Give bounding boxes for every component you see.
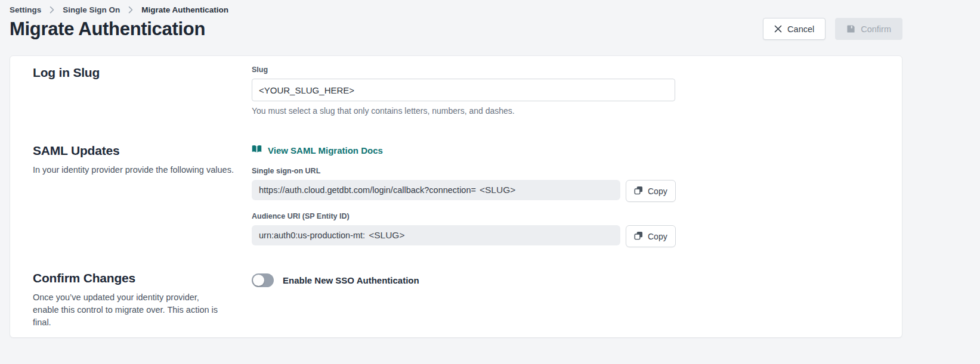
copy-button-label: Copy [648, 186, 667, 196]
sso-url-label: Single sign-on URL [252, 167, 676, 175]
copy-icon [634, 231, 643, 242]
migrate-authentication-card: Log in Slug Slug You must select a slug … [10, 55, 902, 338]
enable-sso-toggle[interactable] [252, 273, 274, 287]
page: Settings Single Sign On Migrate Authenti… [0, 0, 902, 338]
confirm-button-label: Confirm [861, 24, 891, 34]
view-saml-migration-docs-link[interactable]: View SAML Migration Docs [252, 145, 383, 155]
breadcrumb-settings[interactable]: Settings [10, 5, 41, 14]
enable-sso-toggle-label: Enable New SSO Authentication [283, 275, 419, 285]
saml-updates-description: In your identity provider provide the fo… [33, 164, 252, 176]
cancel-button-label: Cancel [787, 24, 814, 34]
copy-button-label: Copy [648, 232, 667, 241]
confirm-changes-description: Once you’ve updated your identity provid… [33, 291, 225, 329]
close-icon [774, 25, 782, 33]
page-header: Migrate Authentication Cancel Confirm [10, 18, 902, 40]
breadcrumb-single-sign-on[interactable]: Single Sign On [63, 5, 120, 14]
copy-icon [634, 186, 643, 197]
confirm-button[interactable]: Confirm [835, 18, 902, 40]
confirm-changes-heading: Confirm Changes [33, 271, 252, 285]
copy-sso-url-button[interactable]: Copy [626, 180, 676, 202]
sso-url-value-field: https://auth.cloud.getdbt.com/login/call… [252, 180, 620, 200]
saml-updates-heading: SAML Updates [33, 144, 252, 158]
chevron-right-icon [128, 6, 133, 14]
audience-uri-field-group: Audience URI (SP Entity ID) urn:auth0:us… [252, 212, 676, 247]
breadcrumb: Settings Single Sign On Migrate Authenti… [10, 0, 902, 14]
sso-url-value: https://auth.cloud.getdbt.com/login/call… [259, 185, 476, 195]
audience-uri-value: urn:auth0:us-production-mt: [259, 231, 365, 240]
save-icon [846, 24, 855, 33]
sso-url-field-group: Single sign-on URL https://auth.cloud.ge… [252, 167, 676, 202]
copy-audience-uri-button[interactable]: Copy [626, 225, 676, 247]
slug-input[interactable] [252, 79, 675, 101]
section-confirm-changes: Confirm Changes Once you’ve updated your… [33, 271, 902, 329]
sso-url-slug-placeholder: <SLUG> [480, 185, 515, 195]
toggle-knob [253, 275, 264, 286]
audience-uri-slug-placeholder: <SLUG> [369, 230, 404, 241]
docs-link-label: View SAML Migration Docs [268, 145, 383, 155]
chevron-right-icon [50, 6, 54, 14]
slug-help-text: You must select a slug that only contain… [252, 106, 676, 116]
cancel-button[interactable]: Cancel [763, 18, 826, 40]
book-icon [252, 145, 262, 155]
section-login-slug: Log in Slug Slug You must select a slug … [33, 66, 902, 116]
breadcrumb-migrate-authentication: Migrate Authentication [141, 5, 228, 14]
slug-field-label: Slug [252, 66, 676, 74]
page-title: Migrate Authentication [10, 18, 205, 40]
login-slug-heading: Log in Slug [33, 66, 252, 80]
audience-uri-label: Audience URI (SP Entity ID) [252, 212, 676, 220]
section-saml-updates: SAML Updates In your identity provider p… [33, 144, 902, 247]
header-actions: Cancel Confirm [763, 18, 902, 40]
audience-uri-value-field: urn:auth0:us-production-mt: <SLUG> [252, 225, 620, 245]
